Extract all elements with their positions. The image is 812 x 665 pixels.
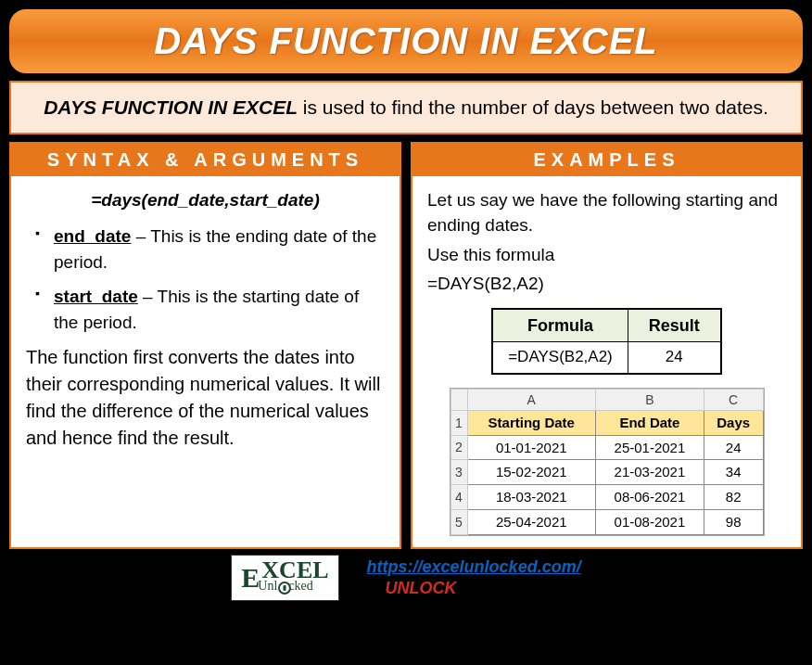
grid-cell: 01-08-2021 bbox=[596, 509, 704, 534]
footer-unlock-text: UNLOCK bbox=[386, 579, 581, 598]
grid-cell: 24 bbox=[704, 435, 763, 460]
argument-name: end_date bbox=[54, 226, 131, 246]
grid-cell: 25-01-2021 bbox=[596, 435, 704, 460]
description-text: is used to find the number of days betwe… bbox=[298, 96, 768, 118]
argument-name: start_date bbox=[54, 287, 138, 306]
description-bold: DAYS FUNCTION IN EXCEL bbox=[44, 96, 298, 118]
examples-formula-line: =DAYS(B2,A2) bbox=[427, 271, 786, 297]
argument-list: end_date – This is the ending date of th… bbox=[35, 224, 385, 335]
grid-cell-header: Days bbox=[704, 410, 763, 435]
fr-cell-result: 24 bbox=[628, 341, 721, 373]
grid-cell-header: Starting Date bbox=[467, 410, 596, 435]
examples-header: EXAMPLES bbox=[411, 142, 803, 176]
grid-cell: 18-03-2021 bbox=[467, 485, 596, 510]
syntax-formula: =days(end_date,start_date) bbox=[26, 187, 385, 213]
argument-item: end_date – This is the ending date of th… bbox=[35, 224, 385, 275]
grid-row-header: 4 bbox=[450, 485, 467, 510]
logo: E XCEL Unl cked bbox=[231, 555, 338, 601]
logo-text-unlocked-part1: Unl bbox=[258, 581, 277, 593]
grid-row-header: 5 bbox=[450, 509, 467, 534]
grid-row-header: 3 bbox=[450, 460, 467, 485]
fr-header-formula: Formula bbox=[492, 309, 628, 342]
grid-cell: 15-02-2021 bbox=[467, 460, 596, 485]
formula-result-table: Formula Result =DAYS(B2,A2) 24 bbox=[491, 308, 722, 375]
page-title: DAYS FUNCTION IN EXCEL bbox=[9, 20, 803, 62]
examples-body: Let us say we have the following startin… bbox=[411, 176, 803, 549]
grid-cell-header: End Date bbox=[596, 410, 704, 435]
grid-cell: 25-04-2021 bbox=[467, 509, 596, 534]
logo-text-xcel: XCEL bbox=[261, 559, 328, 581]
grid-cell: 01-01-2021 bbox=[467, 435, 596, 460]
syntax-column: SYNTAX & ARGUMENTS =days(end_date,start_… bbox=[9, 142, 401, 549]
examples-column: EXAMPLES Let us say we have the followin… bbox=[411, 142, 803, 549]
syntax-explain: The function first converts the dates in… bbox=[26, 344, 385, 452]
grid-col-header: B bbox=[596, 389, 704, 410]
footer-link[interactable]: https://excelunlocked.com/ bbox=[367, 557, 581, 577]
grid-cell: 34 bbox=[704, 460, 763, 485]
title-banner: DAYS FUNCTION IN EXCEL bbox=[9, 9, 803, 73]
grid-corner bbox=[450, 389, 467, 410]
syntax-header: SYNTAX & ARGUMENTS bbox=[9, 142, 401, 176]
excel-grid: A B C 1 Starting Date End Date Days 2 01… bbox=[450, 388, 765, 536]
description-box: DAYS FUNCTION IN EXCEL is used to find t… bbox=[9, 81, 803, 134]
fr-cell-formula: =DAYS(B2,A2) bbox=[492, 341, 628, 373]
grid-row-header: 1 bbox=[450, 410, 467, 435]
logo-letter-e: E bbox=[241, 562, 260, 594]
syntax-body: =days(end_date,start_date) end_date – Th… bbox=[9, 176, 401, 549]
grid-cell: 21-03-2021 bbox=[596, 460, 704, 485]
footer: E XCEL Unl cked https://excelunlocked.co… bbox=[9, 555, 803, 601]
lock-icon bbox=[278, 582, 291, 595]
argument-item: start_date – This is the starting date o… bbox=[35, 284, 385, 335]
grid-col-header: A bbox=[467, 389, 596, 410]
grid-row-header: 2 bbox=[450, 435, 467, 460]
grid-cell: 98 bbox=[704, 509, 763, 534]
grid-cell: 08-06-2021 bbox=[596, 485, 704, 510]
grid-col-header: C bbox=[704, 389, 763, 410]
grid-cell: 82 bbox=[704, 485, 763, 510]
examples-intro-line: Let us say we have the following startin… bbox=[427, 187, 786, 238]
fr-header-result: Result bbox=[628, 309, 721, 342]
examples-intro-line: Use this formula bbox=[427, 242, 786, 268]
logo-text-unlocked-part2: cked bbox=[288, 581, 312, 593]
